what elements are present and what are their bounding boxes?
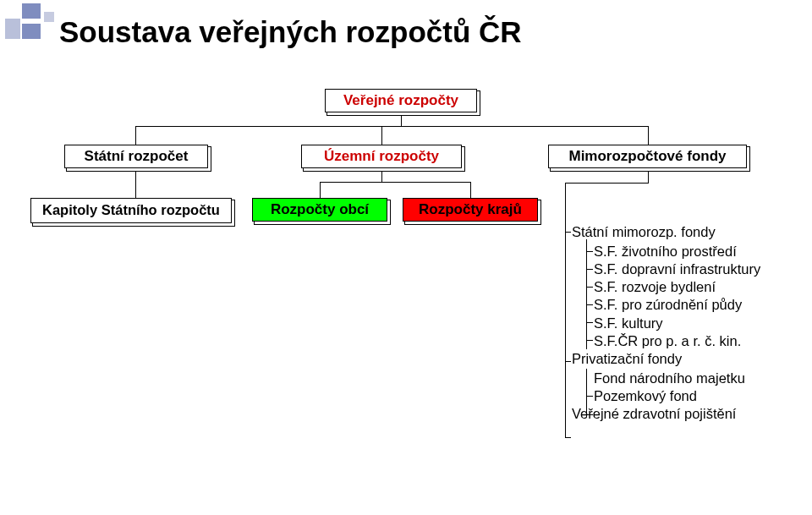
node-rozpocty-obci: Rozpočty obcí [252, 198, 387, 222]
tree-connector [586, 287, 593, 288]
tree-connector [586, 304, 593, 305]
list-item: S.F. pro zúrodnění půdy [572, 296, 760, 314]
tree-connector [586, 340, 593, 341]
connector [648, 126, 649, 145]
corner-deco-icon [44, 12, 54, 22]
tree-connector [586, 369, 587, 417]
connector [135, 126, 136, 145]
list-item: Pozemkový fond [572, 387, 760, 405]
list-item: S.F. rozvoje bydlení [572, 278, 760, 296]
connector [401, 116, 402, 126]
tree-connector [586, 322, 593, 323]
connector [381, 172, 382, 182]
connector [470, 182, 471, 198]
node-rozpocty-kraju: Rozpočty krajů [403, 198, 538, 222]
tree-connector [565, 232, 571, 233]
list-item: S.F. životního prostředí [572, 243, 760, 260]
corner-deco-icon [22, 24, 41, 39]
connector [565, 183, 649, 184]
page-title: Soustava veřejných rozpočtů ČR [59, 15, 522, 49]
list-item: S.F.ČR pro p. a r. č. kin. [572, 332, 760, 350]
node-root: Veřejné rozpočty [325, 89, 477, 112]
fund-list: Státní mimorozp. fondy S.F. životního pr… [572, 223, 760, 423]
list-item: S.F. kultury [572, 315, 760, 332]
node-kapitoly-sr: Kapitoly Státního rozpočtu [30, 198, 232, 223]
corner-deco-icon [5, 19, 20, 39]
list-item: S.F. dopravní infrastruktury [572, 260, 760, 278]
connector [381, 126, 382, 145]
tree-connector [586, 269, 593, 270]
node-statni-rozpocet: Státní rozpočet [64, 145, 208, 168]
tree-connector [586, 414, 593, 415]
node-mimorozpoctove-fondy: Mimorozpočtové fondy [548, 145, 747, 168]
corner-deco-icon [22, 3, 41, 19]
connector [135, 172, 136, 198]
tree-connector [565, 183, 566, 438]
connector [320, 182, 470, 183]
list-item: Privatizační fondy [572, 350, 760, 368]
list-item: Státní mimorozp. fondy [572, 223, 760, 241]
tree-connector [586, 396, 593, 397]
tree-connector [565, 361, 571, 362]
connector [648, 172, 649, 183]
connector [320, 182, 321, 198]
list-item: Veřejné zdravotní pojištění [572, 405, 760, 423]
node-uzemni-rozpocty: Územní rozpočty [301, 145, 462, 168]
tree-connector [565, 437, 571, 438]
tree-connector [586, 239, 587, 349]
tree-connector [586, 251, 593, 252]
list-item: Fond národního majetku [572, 370, 760, 387]
connector [135, 126, 648, 127]
